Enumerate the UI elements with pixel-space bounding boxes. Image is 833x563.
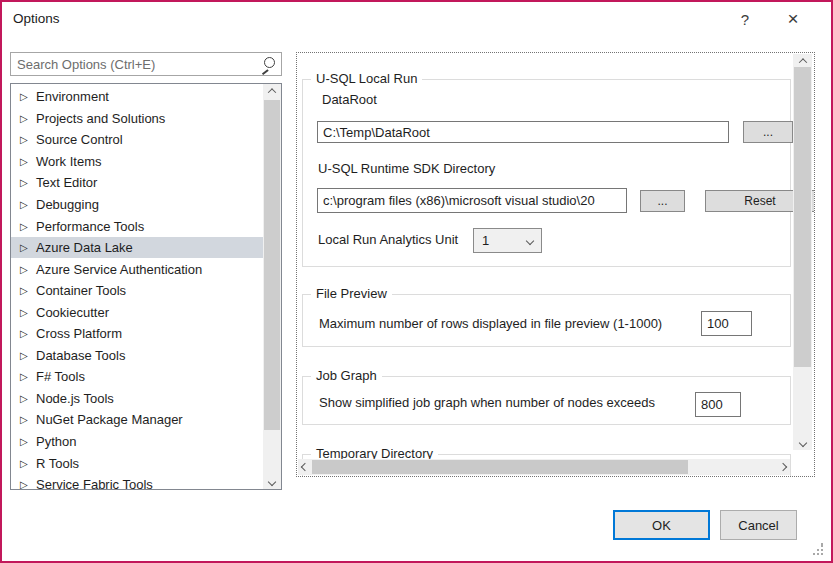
simplified-graph-label: Show simplified job graph when number of… [319,395,655,410]
search-icon[interactable] [261,57,275,71]
tree-expand-icon[interactable]: ▷ [20,285,36,296]
dialog-title: Options [13,11,60,26]
tree-expand-icon[interactable]: ▷ [20,221,36,232]
chevron-down-icon [268,478,276,486]
dropdown-value: 1 [482,233,489,248]
sidebar-item-nodejs-tools[interactable]: ▷Node.js Tools [11,388,281,410]
chevron-up-icon [798,58,806,66]
sidebar-item-performance-tools[interactable]: ▷Performance Tools [11,215,281,237]
sidebar-item-label: Database Tools [36,348,125,363]
sidebar-item-label: Work Items [36,154,102,169]
sidebar-item-label: Text Editor [36,175,97,190]
scroll-down-button[interactable] [263,475,281,489]
panel-vertical-scrollbar[interactable] [793,54,812,450]
sidebar-item-label: Container Tools [36,283,126,298]
search-input[interactable] [11,53,255,75]
tree-expand-icon[interactable]: ▷ [20,328,36,339]
sidebar-item-cross-platform[interactable]: ▷Cross Platform [11,323,281,345]
tree-expand-icon[interactable]: ▷ [20,458,36,469]
dataroot-browse-button[interactable]: ... [743,121,793,143]
sidebar-item-label: Cross Platform [36,326,122,341]
simplified-graph-input[interactable] [695,392,741,417]
dataroot-input[interactable] [317,121,729,143]
sidebar-item-debugging[interactable]: ▷Debugging [11,194,281,216]
scroll-down-button[interactable] [793,436,812,450]
tree-expand-icon[interactable]: ▷ [20,156,36,167]
tree-expand-icon[interactable]: ▷ [20,479,36,490]
sidebar-item-label: Service Fabric Tools [36,477,153,490]
sidebar-item-text-editor[interactable]: ▷Text Editor [11,172,281,194]
sidebar-item-r-tools[interactable]: ▷R Tools [11,452,281,474]
group-title: U-SQL Local Run [311,71,422,86]
search-box [10,52,282,76]
sidebar-item-source-control[interactable]: ▷Source Control [11,129,281,151]
dataroot-label: DataRoot [322,92,377,107]
max-rows-input[interactable] [701,311,752,336]
tree-expand-icon[interactable]: ▷ [20,350,36,361]
scroll-up-button[interactable] [793,54,812,68]
tree-expand-icon[interactable]: ▷ [20,242,36,253]
tree-expand-icon[interactable]: ▷ [20,393,36,404]
sidebar-item-python[interactable]: ▷Python [11,431,281,453]
sidebar-item-label: Cookiecutter [36,305,109,320]
tree-vertical-scrollbar[interactable] [263,84,281,489]
tree-expand-icon[interactable]: ▷ [20,199,36,210]
sidebar-item-cookiecutter[interactable]: ▷Cookiecutter [11,301,281,323]
group-title: File Preview [311,286,392,301]
group-file-preview: File Preview Maximum number of rows disp… [302,294,791,347]
close-button[interactable]: × [778,6,808,32]
group-usql-local-run: U-SQL Local Run DataRoot ... U-SQL Runti… [302,79,791,267]
max-rows-label: Maximum number of rows displayed in file… [319,316,662,331]
sidebar-item-label: F# Tools [36,369,85,384]
options-category-tree: ▷Environment ▷Projects and Solutions ▷So… [10,83,282,490]
chevron-down-icon [526,237,534,245]
chevron-up-icon [268,88,276,96]
help-button[interactable]: ? [730,6,760,32]
sidebar-item-projects-and-solutions[interactable]: ▷Projects and Solutions [11,108,281,130]
tree-expand-icon[interactable]: ▷ [20,134,36,145]
settings-panel: U-SQL Local Run DataRoot ... U-SQL Runti… [296,52,815,477]
sidebar-item-label: NuGet Package Manager [36,412,183,427]
sidebar-item-container-tools[interactable]: ▷Container Tools [11,280,281,302]
sidebar-item-nuget-package-manager[interactable]: ▷NuGet Package Manager [11,409,281,431]
scrollbar-thumb[interactable] [312,460,688,474]
tree-expand-icon[interactable]: ▷ [20,91,36,102]
chevron-right-icon [779,463,787,471]
scroll-up-button[interactable] [263,84,281,98]
sidebar-item-label: Debugging [36,197,99,212]
tree-expand-icon[interactable]: ▷ [20,113,36,124]
sdk-directory-input[interactable] [317,188,627,213]
tree-expand-icon[interactable]: ▷ [20,177,36,188]
sidebar-item-fsharp-tools[interactable]: ▷F# Tools [11,366,281,388]
options-dialog: Options ? × ▷Environment ▷Projects and S… [0,0,833,563]
resize-grip[interactable] [821,543,823,545]
scrollbar-thumb[interactable] [794,67,811,367]
sidebar-item-label: Node.js Tools [36,391,114,406]
sidebar-item-azure-data-lake[interactable]: ▷Azure Data Lake [11,237,281,259]
scrollbar-thumb[interactable] [264,100,280,430]
sidebar-item-service-fabric-tools[interactable]: ▷Service Fabric Tools [11,474,281,490]
analytics-unit-dropdown[interactable]: 1 [473,228,542,253]
scroll-left-button[interactable] [298,459,312,475]
cancel-button[interactable]: Cancel [720,510,797,540]
sidebar-item-database-tools[interactable]: ▷Database Tools [11,345,281,367]
tree-expand-icon[interactable]: ▷ [20,414,36,425]
sidebar-item-label: Python [36,434,76,449]
sidebar-item-environment[interactable]: ▷Environment [11,86,281,108]
sdk-directory-label: U-SQL Runtime SDK Directory [318,161,495,176]
group-job-graph: Job Graph Show simplified job graph when… [302,376,791,425]
sidebar-item-label: Environment [36,89,109,104]
scroll-right-button[interactable] [776,459,790,475]
sidebar-item-label: Azure Data Lake [36,240,133,255]
sidebar-item-azure-service-authentication[interactable]: ▷Azure Service Authentication [11,258,281,280]
chevron-down-icon [798,439,806,447]
tree-expand-icon[interactable]: ▷ [20,436,36,447]
ok-button[interactable]: OK [613,510,710,540]
sdk-browse-button[interactable]: ... [640,190,685,212]
tree-expand-icon[interactable]: ▷ [20,371,36,382]
tree-expand-icon[interactable]: ▷ [20,264,36,275]
sidebar-item-label: Performance Tools [36,219,144,234]
tree-expand-icon[interactable]: ▷ [20,307,36,318]
panel-horizontal-scrollbar[interactable] [298,459,790,475]
sidebar-item-work-items[interactable]: ▷Work Items [11,151,281,173]
